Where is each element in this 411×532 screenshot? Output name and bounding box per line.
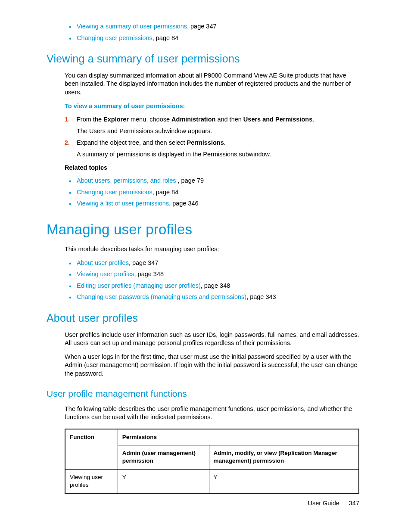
xref-link[interactable]: Viewing user profiles bbox=[77, 271, 134, 277]
xref-suffix: , page 346 bbox=[169, 200, 199, 207]
xref-link[interactable]: Changing user passwords (managing users … bbox=[77, 293, 246, 300]
xref-suffix: , page 79 bbox=[178, 177, 204, 184]
xref-suffix: , page 348 bbox=[201, 282, 230, 289]
xref-link[interactable]: Changing user permissions bbox=[77, 34, 153, 41]
procedure-steps: 1. From the Explorer menu, choose Admini… bbox=[65, 115, 359, 159]
col-header-permissions: Permissions bbox=[118, 429, 359, 445]
list-item: Changing user permissions, page 84 bbox=[65, 34, 359, 43]
xref-suffix: , page 348 bbox=[134, 271, 164, 277]
body-text: The following table describes the user p… bbox=[65, 405, 359, 422]
list-item: Viewing user profiles, page 348 bbox=[65, 270, 359, 279]
top-cross-refs: Viewing a summary of user permissions, p… bbox=[65, 22, 359, 42]
col-header-admin: Admin (user management) permission bbox=[118, 445, 209, 469]
xref-suffix: , page 347 bbox=[129, 259, 159, 266]
procedure-heading: To view a summary of user permissions: bbox=[65, 102, 359, 111]
xref-link[interactable]: Viewing a summary of user permissions bbox=[77, 23, 187, 30]
cell-value: Y bbox=[118, 469, 209, 493]
section-heading: Viewing a summary of user permissions bbox=[47, 52, 359, 66]
step-result: A summary of permissions is displayed in… bbox=[77, 150, 359, 159]
body-text: You can display summarized information a… bbox=[65, 72, 359, 97]
step-item: 1. From the Explorer menu, choose Admini… bbox=[65, 115, 359, 135]
xref-suffix: , page 343 bbox=[246, 293, 276, 300]
body-text: When a user logs in for the first time, … bbox=[65, 353, 359, 378]
step-result: The Users and Permissions subwindow appe… bbox=[77, 127, 359, 136]
body-text: This module describes tasks for managing… bbox=[65, 245, 359, 254]
page-number: 347 bbox=[349, 500, 359, 507]
list-item: Viewing a list of user permissions, page… bbox=[65, 199, 359, 208]
list-item: About user profiles, page 347 bbox=[65, 259, 359, 268]
permissions-table: Function Permissions Admin (user managem… bbox=[65, 429, 359, 494]
subsection-heading: User profile management functions bbox=[47, 388, 359, 400]
list-item: Editing user profiles (managing user pro… bbox=[65, 282, 359, 290]
related-topics-list: About users, permissions, and roles , pa… bbox=[65, 177, 359, 208]
xref-link[interactable]: Editing user profiles (managing user pro… bbox=[77, 282, 201, 289]
step-text: Expand the object tree, and then select … bbox=[77, 139, 226, 146]
list-item: About users, permissions, and roles , pa… bbox=[65, 177, 359, 185]
step-text: From the Explorer menu, choose Administr… bbox=[77, 116, 314, 123]
step-item: 2. Expand the object tree, and then sele… bbox=[65, 139, 359, 159]
step-number: 2. bbox=[65, 139, 70, 147]
list-item: Changing user permissions, page 84 bbox=[65, 188, 359, 197]
col-header-replication: Admin, modify, or view (Replication Mana… bbox=[209, 445, 359, 469]
section-heading: About user profiles bbox=[47, 311, 359, 326]
cell-function: Viewing user profiles bbox=[65, 469, 118, 493]
body-text: User profiles include user information s… bbox=[65, 331, 359, 348]
section-heading-major: Managing user profiles bbox=[47, 220, 359, 240]
col-header-function: Function bbox=[65, 429, 118, 469]
xref-link[interactable]: Viewing a list of user permissions bbox=[77, 200, 169, 207]
xref-link[interactable]: Changing user permissions bbox=[77, 189, 153, 196]
xref-link[interactable]: About users, permissions, and roles bbox=[77, 177, 178, 184]
xref-link[interactable]: About user profiles bbox=[77, 259, 129, 266]
list-item: Changing user passwords (managing users … bbox=[65, 293, 359, 302]
topic-links: About user profiles, page 347 Viewing us… bbox=[65, 259, 359, 302]
xref-suffix: , page 84 bbox=[153, 34, 178, 41]
page-footer: User Guide347 bbox=[308, 499, 359, 508]
step-number: 1. bbox=[65, 115, 70, 124]
xref-suffix: , page 84 bbox=[153, 189, 178, 196]
cell-value: Y bbox=[209, 469, 359, 493]
related-topics-heading: Related topics bbox=[65, 164, 359, 172]
list-item: Viewing a summary of user permissions, p… bbox=[65, 22, 359, 31]
footer-label: User Guide bbox=[308, 500, 339, 507]
xref-suffix: , page 347 bbox=[187, 23, 217, 30]
